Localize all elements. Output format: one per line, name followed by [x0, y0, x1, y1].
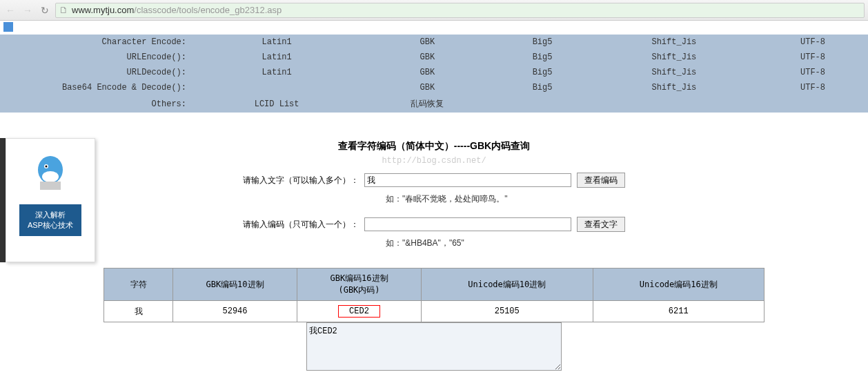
book-title: 深入解析 ASP核心技术 — [19, 204, 81, 236]
nav-link — [193, 80, 360, 95]
bird-icon — [30, 153, 71, 194]
page-title: 查看字符编码（简体中文）-----GBK内码查询 — [103, 140, 765, 153]
nav-link[interactable]: UTF-8 — [758, 80, 868, 95]
nav-link[interactable]: Shift_Jis — [591, 35, 758, 50]
reload-button[interactable]: ↻ — [38, 3, 52, 17]
nav-link[interactable]: GBK — [360, 35, 494, 50]
url-path: /classcode/tools/encode_gb2312.asp — [134, 5, 282, 15]
text-input-row: 请输入文字（可以输入多个）： 查看编码 — [103, 173, 765, 188]
nav-row-label: Character Encode: — [0, 35, 193, 50]
nav-link[interactable]: Big5 — [494, 65, 590, 80]
nav-link[interactable]: Shift_Jis — [591, 50, 758, 65]
table-header: Unicode编码16进制 — [593, 269, 765, 301]
table-cell: 52946 — [173, 301, 297, 322]
table-header: GBK编码16进制(GBK内码) — [297, 269, 422, 301]
book-spine — [0, 138, 6, 262]
nav-link[interactable]: Big5 — [494, 50, 590, 65]
code-input-label: 请输入编码（只可输入一个）： — [243, 219, 359, 231]
nav-link[interactable]: Shift_Jis — [591, 65, 758, 80]
main-content: 查看字符编码（简体中文）-----GBK内码查询 http://blog.csd… — [103, 140, 765, 371]
table-header: Unicode编码10进制 — [422, 269, 593, 301]
nav-link — [494, 95, 590, 113]
nav-link[interactable]: GBK — [360, 50, 494, 65]
nav-link[interactable]: Shift_Jis — [591, 80, 758, 95]
nav-link[interactable]: Latin1 — [193, 35, 360, 50]
output-textarea[interactable]: 我CED2 — [306, 322, 562, 371]
forward-button[interactable]: → — [21, 3, 34, 17]
url-domain: www.mytju.com — [72, 5, 134, 15]
text-input-label: 请输入文字（可以输入多个）： — [243, 175, 359, 186]
back-button[interactable]: ← — [3, 3, 17, 17]
nav-link[interactable]: Big5 — [494, 35, 590, 50]
nav-link[interactable]: LCID List — [193, 95, 360, 113]
nav-link[interactable]: GBK — [360, 80, 494, 95]
view-text-button[interactable]: 查看文字 — [577, 217, 625, 232]
nav-row-label: Base64 Encode & Decode(): — [0, 80, 193, 95]
result-table: 字符GBK编码10进制GBK编码16进制(GBK内码)Unicode编码10进制… — [103, 268, 765, 322]
nav-link[interactable]: UTF-8 — [758, 35, 868, 50]
nav-row-label: URLEncode(): — [0, 50, 193, 65]
code-input-hint: 如："&HB4BA"，"65" — [262, 237, 606, 249]
nav-link[interactable]: Big5 — [494, 80, 590, 95]
text-input[interactable] — [364, 173, 571, 187]
nav-link — [758, 95, 868, 113]
bookmark-icon[interactable] — [3, 22, 13, 32]
code-input-row: 请输入编码（只可输入一个）： 查看文字 — [103, 217, 765, 232]
text-input-hint: 如："春眠不觉晓，处处闻啼鸟。" — [262, 193, 606, 205]
table-row: 我52946CED2251056211 — [104, 301, 765, 322]
nav-row-label: URLDecode(): — [0, 65, 193, 80]
table-cell: CED2 — [297, 301, 422, 322]
bookmark-bar — [0, 21, 868, 35]
code-input[interactable] — [364, 217, 571, 231]
nav-link[interactable]: Latin1 — [193, 65, 360, 80]
table-header: GBK编码10进制 — [173, 269, 297, 301]
svg-rect-4 — [40, 182, 61, 190]
table-cell: 6211 — [593, 301, 765, 322]
watermark: http://blog.csdn.net/ — [103, 156, 765, 166]
nav-link[interactable]: Latin1 — [193, 50, 360, 65]
nav-link — [591, 95, 758, 113]
nav-link[interactable]: 乱码恢复 — [360, 95, 494, 113]
book-cover[interactable]: 深入解析 ASP核心技术 — [6, 138, 95, 262]
url-bar[interactable]: 🗋 www.mytju.com/classcode/tools/encode_g… — [55, 3, 865, 18]
table-cell: 我 — [104, 301, 173, 322]
view-encoding-button[interactable]: 查看编码 — [577, 173, 625, 188]
table-cell: 25105 — [422, 301, 593, 322]
table-header: 字符 — [104, 269, 173, 301]
svg-point-3 — [46, 166, 48, 168]
nav-row-label: Others: — [0, 95, 193, 113]
nav-link[interactable]: UTF-8 — [758, 65, 868, 80]
nav-link[interactable]: UTF-8 — [758, 50, 868, 65]
encoding-nav-table: Character Encode:Latin1GBKBig5Shift_JisU… — [0, 35, 868, 113]
browser-toolbar: ← → ↻ 🗋 www.mytju.com/classcode/tools/en… — [0, 0, 868, 21]
svg-point-1 — [42, 171, 59, 182]
nav-link[interactable]: GBK — [360, 65, 494, 80]
